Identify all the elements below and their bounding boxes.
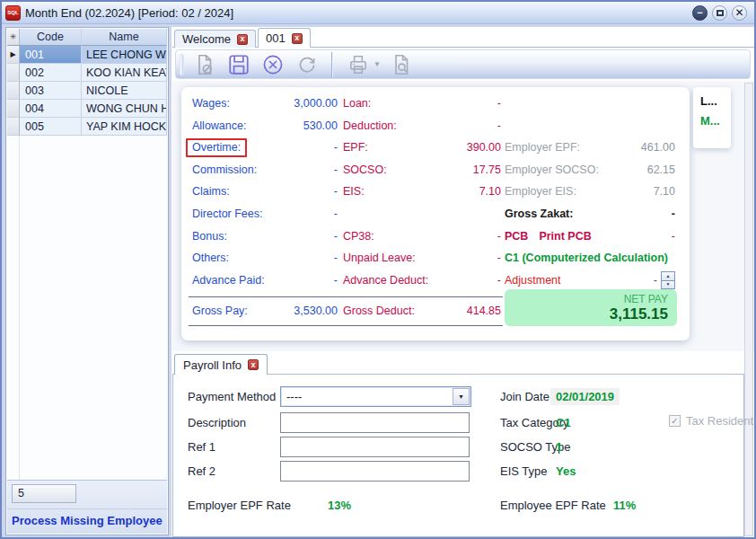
eis-type-label: EIS Type <box>500 464 548 478</box>
socso-label: SOCSO: <box>343 163 387 176</box>
overtime-value: - <box>334 141 338 154</box>
payroll-info-panel: Payment Method ---- ▼ Description Ref 1 … <box>172 374 744 537</box>
tab-welcome-label: Welcome <box>182 32 231 46</box>
print-preview-button[interactable] <box>388 52 415 77</box>
employee-row[interactable]: ▶ 001 LEE CHONG WAI <box>7 46 167 64</box>
cancel-icon <box>261 53 285 76</box>
spinner-down-icon[interactable]: ▼ <box>661 280 675 290</box>
ref1-input[interactable] <box>280 437 470 457</box>
director-fees-label: Director Fees: <box>192 208 263 220</box>
wages-value: 3,000.00 <box>294 97 338 110</box>
employee-name[interactable]: YAP KIM HOCK <box>82 118 167 136</box>
save-icon <box>227 53 251 76</box>
employer-epf-rate-value: 13% <box>328 499 351 512</box>
minimize-button[interactable]: − <box>692 5 708 21</box>
claims-label: Claims: <box>192 185 230 198</box>
payroll-info-close-icon[interactable]: x <box>248 359 259 370</box>
pcb-value: - <box>672 230 675 243</box>
employer-eis-label: Employer EIS: <box>505 185 576 198</box>
adjustment-spinner: ▲ ▼ <box>661 271 675 289</box>
print-dropdown-icon[interactable]: ▼ <box>374 60 381 68</box>
join-date-label: Join Date <box>500 390 549 403</box>
maximize-button[interactable] <box>712 5 727 21</box>
printer-icon <box>347 53 370 76</box>
tab-payroll-info[interactable]: Payroll Info x <box>174 354 268 375</box>
eis-value: 7.10 <box>479 185 501 198</box>
edit-button[interactable] <box>191 52 218 77</box>
pcb-calc-note: C1 (Computerized Calculation) <box>505 252 668 264</box>
print-button[interactable] <box>345 52 372 77</box>
employee-row[interactable]: 004 WONG CHUN H... <box>7 100 167 118</box>
net-pay-panel: NET PAY 3,115.15 <box>505 289 677 326</box>
print-pcb-link[interactable]: Print PCB <box>539 230 591 243</box>
employee-code[interactable]: 004 <box>20 100 82 118</box>
socso-type-value: 1 <box>556 440 562 454</box>
side-link-m[interactable]: M... <box>700 114 731 128</box>
maximize-icon <box>716 10 724 16</box>
bonus-label: Bonus: <box>192 230 227 243</box>
refresh-button[interactable] <box>294 52 321 77</box>
vertical-scrollbar[interactable] <box>744 83 753 536</box>
employer-eis-value: 7.10 <box>654 185 675 198</box>
tax-resident-field: ✓ Tax Resident <box>669 414 753 428</box>
employer-socso-value: 62.15 <box>647 163 675 176</box>
employee-code[interactable]: 002 <box>20 64 82 82</box>
employee-row[interactable]: 003 NICOLE <box>7 82 167 100</box>
app-logo-icon: SQL <box>5 5 21 21</box>
window-title: Month End (02.2024) [Period: 02 / 2024] <box>25 6 233 20</box>
deduction-label: Deduction: <box>343 119 397 132</box>
cancel-button[interactable] <box>259 52 286 77</box>
employer-epf-rate-label: Employer EPF Rate <box>188 499 291 512</box>
advance-paid-value: - <box>334 274 338 287</box>
tab-welcome-close-icon[interactable]: x <box>237 34 248 45</box>
dropdown-arrow-icon[interactable]: ▼ <box>453 388 470 405</box>
commission-label: Commission: <box>192 163 257 176</box>
selected-row-arrow-icon: ▶ <box>10 50 15 58</box>
epf-value: 390.00 <box>467 141 501 154</box>
payroll-detail-card: Wages:3,000.00 Allowance:530.00 Overtime… <box>181 87 690 340</box>
employee-name[interactable]: LEE CHONG WAI <box>82 46 167 64</box>
employee-row[interactable]: 005 YAP KIM HOCK <box>7 118 167 136</box>
employee-name[interactable]: KOO KIAN KEAT <box>82 64 167 82</box>
toolbar-grip[interactable] <box>180 54 184 75</box>
side-link-l[interactable]: L... <box>700 94 731 108</box>
employee-row[interactable]: 002 KOO KIAN KEAT <box>7 64 167 82</box>
employee-code[interactable]: 003 <box>20 82 82 100</box>
column-header-name[interactable]: Name <box>82 29 167 46</box>
spinner-up-icon[interactable]: ▲ <box>661 271 675 280</box>
ref2-label: Ref 2 <box>188 464 215 478</box>
process-missing-employee-button[interactable]: Process Missing Employee <box>12 514 163 527</box>
claims-value: - <box>334 185 338 198</box>
ref2-input[interactable] <box>280 461 470 482</box>
description-input[interactable] <box>280 412 470 433</box>
tax-resident-label: Tax Resident <box>686 414 753 428</box>
column-header-code[interactable]: Code <box>20 29 82 46</box>
director-fees-value: - <box>334 208 338 220</box>
payment-method-value: ---- <box>281 390 453 403</box>
overtime-label-highlighted[interactable]: Overtime: <box>186 138 247 157</box>
others-value: - <box>334 252 338 264</box>
print-preview-icon <box>390 53 413 76</box>
employee-name[interactable]: NICOLE <box>82 82 167 100</box>
gross-deduct-value: 414.85 <box>467 305 501 317</box>
cp38-label: CP38: <box>343 230 374 243</box>
save-button[interactable] <box>225 52 252 77</box>
gross-zakat-value: - <box>672 208 675 220</box>
toolbar: ▼ <box>175 49 751 79</box>
toolbar-separator <box>331 52 332 77</box>
bonus-value: - <box>334 230 338 243</box>
tax-resident-checkbox[interactable]: ✓ <box>669 415 681 427</box>
app-window: SQL Month End (02.2024) [Period: 02 / 20… <box>0 0 756 539</box>
employee-code[interactable]: 005 <box>20 118 82 136</box>
employee-code[interactable]: 001 <box>20 46 82 64</box>
payment-method-select[interactable]: ---- ▼ <box>280 386 471 407</box>
tab-employee-001[interactable]: 001 x <box>258 28 311 48</box>
employee-epf-rate-value: 11% <box>613 499 636 512</box>
gross-pay-label: Gross Pay: <box>192 305 248 317</box>
tab-welcome[interactable]: Welcome x <box>174 30 256 48</box>
employee-name[interactable]: WONG CHUN H... <box>82 100 167 118</box>
eis-type-value: Yes <box>556 464 576 478</box>
tab-employee-close-icon[interactable]: x <box>292 33 303 44</box>
gross-zakat-label: Gross Zakat: <box>505 208 573 220</box>
close-button[interactable]: ✕ <box>732 5 747 21</box>
